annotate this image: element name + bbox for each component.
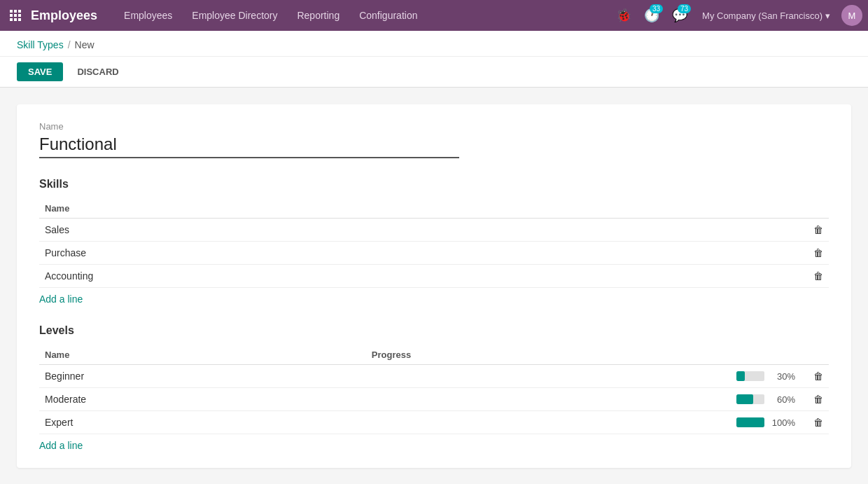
company-selector[interactable]: My Company (San Francisco) ▾ bbox=[696, 11, 836, 21]
progress-label: 100% bbox=[770, 417, 795, 428]
levels-table: Name Progress Beginner 30% 🗑 Moderate bbox=[39, 345, 829, 434]
delete-skill-icon[interactable]: 🗑 bbox=[801, 219, 829, 242]
svg-rect-1 bbox=[14, 10, 17, 13]
user-avatar[interactable]: M bbox=[841, 5, 862, 26]
form-card: Name Skills Name Sales 🗑 Purchase 🗑 Acco… bbox=[17, 104, 851, 468]
level-progress-cell: 30% bbox=[366, 365, 801, 388]
table-row: Sales 🗑 bbox=[39, 219, 829, 242]
svg-rect-7 bbox=[14, 18, 17, 21]
bug-icon[interactable]: 🐞 bbox=[612, 4, 635, 27]
table-row: Moderate 60% 🗑 bbox=[39, 388, 829, 411]
svg-rect-8 bbox=[18, 18, 21, 21]
breadcrumb-separator: / bbox=[68, 39, 71, 50]
breadcrumb: Skill Types / New bbox=[0, 31, 868, 57]
nav-reporting[interactable]: Reporting bbox=[287, 0, 349, 31]
delete-skill-icon[interactable]: 🗑 bbox=[801, 265, 829, 288]
table-row: Accounting 🗑 bbox=[39, 265, 829, 288]
table-row: Expert 100% 🗑 bbox=[39, 411, 829, 434]
breadcrumb-current: New bbox=[75, 39, 94, 50]
chevron-down-icon: ▾ bbox=[825, 11, 830, 21]
company-name: My Company (San Francisco) bbox=[702, 11, 822, 21]
progress-label: 30% bbox=[770, 371, 795, 382]
main-content: Name Skills Name Sales 🗑 Purchase 🗑 Acco… bbox=[0, 88, 868, 484]
name-input[interactable] bbox=[39, 134, 459, 158]
progress-bar-wrap bbox=[736, 371, 764, 381]
skills-add-line[interactable]: Add a line bbox=[39, 293, 83, 305]
svg-rect-3 bbox=[10, 14, 13, 17]
level-progress-cell: 100% bbox=[366, 411, 801, 434]
delete-level-icon[interactable]: 🗑 bbox=[801, 411, 829, 434]
name-label: Name bbox=[39, 121, 829, 132]
skills-section-header: Skills bbox=[39, 178, 829, 191]
levels-section-header: Levels bbox=[39, 324, 829, 337]
levels-col-name: Name bbox=[39, 345, 366, 365]
nav-employee-directory[interactable]: Employee Directory bbox=[182, 0, 287, 31]
skills-col-name: Name bbox=[39, 199, 801, 219]
progress-bar-wrap bbox=[736, 417, 764, 427]
breadcrumb-parent[interactable]: Skill Types bbox=[17, 39, 64, 50]
level-name: Beginner bbox=[39, 365, 366, 388]
progress-label: 60% bbox=[770, 394, 795, 405]
chat-badge: 73 bbox=[678, 4, 691, 13]
delete-skill-icon[interactable]: 🗑 bbox=[801, 242, 829, 265]
table-row: Purchase 🗑 bbox=[39, 242, 829, 265]
skill-name: Sales bbox=[39, 219, 801, 242]
svg-rect-4 bbox=[14, 14, 17, 17]
skills-table: Name Sales 🗑 Purchase 🗑 Accounting 🗑 bbox=[39, 199, 829, 288]
chat-icon[interactable]: 💬 73 bbox=[668, 4, 691, 27]
level-name: Expert bbox=[39, 411, 366, 434]
clock-badge: 33 bbox=[650, 4, 663, 13]
svg-rect-5 bbox=[18, 14, 21, 17]
delete-level-icon[interactable]: 🗑 bbox=[801, 365, 829, 388]
nav-employees[interactable]: Employees bbox=[114, 0, 182, 31]
svg-rect-6 bbox=[10, 18, 13, 21]
progress-bar-fill bbox=[736, 371, 745, 381]
nav-configuration[interactable]: Configuration bbox=[349, 0, 427, 31]
level-progress-cell: 60% bbox=[366, 388, 801, 411]
action-bar: SAVE DISCARD bbox=[0, 57, 868, 88]
app-name: Employees bbox=[31, 8, 97, 23]
delete-level-icon[interactable]: 🗑 bbox=[801, 388, 829, 411]
discard-button[interactable]: DISCARD bbox=[69, 62, 127, 81]
level-name: Moderate bbox=[39, 388, 366, 411]
skill-name: Purchase bbox=[39, 242, 801, 265]
topnav: Employees Employees Employee Directory R… bbox=[0, 0, 868, 31]
save-button[interactable]: SAVE bbox=[17, 62, 63, 81]
progress-bar-fill bbox=[736, 394, 753, 404]
skill-name: Accounting bbox=[39, 265, 801, 288]
progress-bar-wrap bbox=[736, 394, 764, 404]
levels-col-progress: Progress bbox=[366, 345, 801, 365]
name-field: Name bbox=[39, 121, 829, 158]
nav-menu: Employees Employee Directory Reporting C… bbox=[114, 0, 612, 31]
svg-rect-2 bbox=[18, 10, 21, 13]
svg-rect-0 bbox=[10, 10, 13, 13]
topnav-right: 🐞 🕐 33 💬 73 My Company (San Francisco) ▾… bbox=[612, 4, 862, 27]
table-row: Beginner 30% 🗑 bbox=[39, 365, 829, 388]
clock-icon[interactable]: 🕐 33 bbox=[640, 4, 663, 27]
levels-add-line[interactable]: Add a line bbox=[39, 440, 83, 451]
progress-bar-fill bbox=[736, 417, 764, 427]
grid-icon[interactable] bbox=[6, 6, 25, 25]
